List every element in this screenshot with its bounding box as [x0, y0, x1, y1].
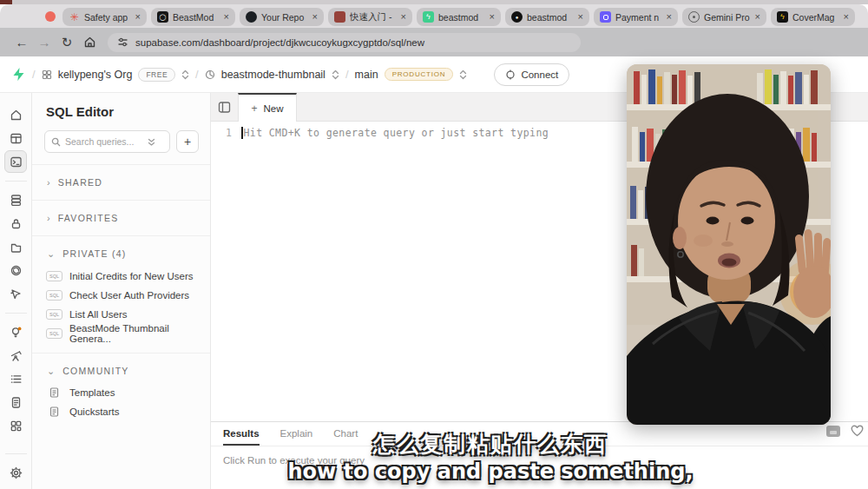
query-item[interactable]: SQL BeastMode Thumbnail Genera... — [32, 324, 210, 343]
close-tab-icon[interactable]: × — [755, 12, 760, 22]
site-settings-icon — [117, 36, 128, 48]
collapse-sidebar-icon[interactable] — [218, 101, 231, 117]
org-switcher-icon[interactable] — [181, 69, 189, 80]
sql-badge-icon: SQL — [46, 328, 62, 339]
browser-tab-quickstart-docs[interactable]: 快速入门 - × — [328, 8, 412, 26]
query-item[interactable]: SQL Initial Credits for New Users — [32, 267, 210, 286]
close-tab-icon[interactable]: × — [490, 12, 495, 22]
sql-editor-icon[interactable] — [4, 150, 27, 173]
tab-label: Payment n — [615, 12, 662, 23]
branch-name[interactable]: main — [355, 69, 378, 81]
supabase-favicon: ϟ — [423, 11, 434, 23]
section-label: FAVORITES — [58, 213, 119, 223]
connect-label: Connect — [521, 69, 558, 80]
tab-label: beastmod — [438, 12, 485, 23]
query-item[interactable]: SQL Check User Auth Providers — [32, 286, 210, 305]
search-box[interactable] — [44, 130, 170, 153]
realtime-icon[interactable] — [4, 282, 27, 305]
connect-button[interactable]: Connect — [494, 63, 569, 86]
supabase-logo — [11, 67, 26, 82]
beastmode-favicon: ◯ — [157, 11, 168, 23]
section-favorites[interactable]: › FAVORITES — [32, 209, 210, 227]
close-tab-icon[interactable]: × — [224, 12, 229, 22]
query-item[interactable]: SQL List All Users — [32, 305, 210, 324]
subtitle-english: how to copy and paste something, — [113, 459, 868, 484]
query-item-label: List All Users — [69, 309, 127, 320]
sql-badge-icon: SQL — [46, 290, 62, 301]
subtitle-chinese: 怎么复制粘贴什么东西 — [113, 430, 868, 459]
browser-tab-beastmode[interactable]: ◯ BeastMod × — [151, 8, 235, 26]
project-switcher-icon[interactable] — [332, 69, 339, 80]
project-icon — [205, 69, 215, 80]
section-label: PRIVATE (4) — [62, 248, 126, 259]
reports-telescope-icon[interactable] — [4, 344, 27, 367]
section-private[interactable]: ⌄ PRIVATE (4) — [32, 245, 210, 262]
forward-icon[interactable]: → — [33, 35, 56, 50]
browser-tab-github[interactable]: Your Repo × — [240, 8, 324, 26]
flower-favicon: ✳ — [69, 11, 80, 23]
section-community[interactable]: ⌄ COMMUNITY — [32, 362, 210, 380]
sql-badge-icon: SQL — [46, 309, 62, 320]
new-query-button[interactable]: + — [176, 130, 199, 153]
auth-lock-icon[interactable] — [4, 212, 27, 235]
close-tab-icon[interactable]: × — [578, 12, 583, 22]
integrations-icon[interactable] — [4, 414, 27, 437]
tab-label: 快速入门 - — [350, 11, 397, 23]
close-tab-icon[interactable]: × — [844, 12, 849, 22]
close-tab-icon[interactable]: × — [312, 12, 318, 22]
url-bar[interactable]: supabase.com/dashboard/project/djkwcucoy… — [108, 33, 581, 52]
expand-chevrons-icon[interactable] — [148, 137, 155, 147]
logs-list-icon[interactable] — [4, 367, 27, 390]
sql-editor-area[interactable]: 1 Hit CMD+K to generate query or just st… — [211, 127, 549, 139]
section-label: COMMUNITY — [62, 366, 128, 376]
home-nav-icon[interactable] — [4, 103, 27, 126]
search-input[interactable] — [65, 136, 143, 147]
close-tab-icon[interactable]: × — [135, 12, 141, 22]
reload-icon[interactable]: ↻ — [56, 35, 78, 50]
branch-switcher-icon[interactable] — [459, 69, 467, 80]
api-docs-icon[interactable] — [4, 391, 27, 413]
browser-toolbar: ← → ↻ supabase.com/dashboard/project/djk… — [0, 28, 868, 56]
community-item-templates[interactable]: Templates — [32, 383, 210, 402]
tab-strip: ✳ Safety app × ◯ BeastMod × Your Repo × … — [62, 7, 865, 28]
browser-tab-safety[interactable]: ✳ Safety app × — [62, 8, 147, 26]
editor-tab-label: New — [264, 103, 284, 114]
browser-tab-beastmode-app[interactable]: ● beastmod × — [505, 8, 589, 26]
text-cursor — [241, 127, 243, 139]
editor-tab-new[interactable]: + New — [238, 93, 297, 122]
community-item-quickstarts[interactable]: Quickstarts — [32, 402, 210, 421]
storage-icon[interactable] — [4, 235, 27, 258]
browser-tab-gemini[interactable]: Gemini Pro × — [682, 8, 766, 26]
breadcrumb-slash: / — [32, 68, 36, 81]
close-tab-icon[interactable]: × — [401, 12, 406, 22]
page-title: SQL Editor — [32, 93, 210, 129]
rail-divider — [5, 181, 27, 182]
browser-tab-payment[interactable]: Payment n × — [594, 8, 678, 26]
floating-video-overlay[interactable] — [627, 64, 831, 425]
back-icon[interactable]: ← — [10, 35, 33, 50]
section-shared[interactable]: › SHARED — [32, 174, 210, 191]
close-window-button[interactable] — [45, 11, 56, 22]
payment-favicon — [600, 11, 611, 23]
advisors-bulb-icon[interactable] — [4, 320, 27, 343]
project-name[interactable]: beastmode-thumbnail — [221, 69, 326, 81]
document-icon — [46, 387, 62, 398]
database-icon[interactable] — [4, 188, 27, 211]
org-name[interactable]: kellypeng's Org — [58, 69, 133, 81]
editor-placeholder: Hit CMD+K to generate query or just star… — [244, 127, 549, 139]
nav-rail — [0, 93, 32, 489]
table-editor-icon[interactable] — [4, 127, 27, 149]
edge-functions-icon[interactable] — [4, 259, 27, 281]
community-item-label: Templates — [69, 387, 115, 398]
home-icon[interactable] — [78, 36, 101, 49]
settings-gear-icon[interactable] — [4, 461, 27, 484]
browser-tab-supabase[interactable]: ϟ beastmod × — [417, 8, 501, 26]
sidebar-divider — [32, 235, 210, 236]
tab-label: BeastMod — [173, 12, 220, 23]
browser-tab-covermagic[interactable]: ϟ CoverMag × — [771, 8, 855, 26]
chevron-right-icon: › — [47, 213, 50, 223]
gemini-favicon — [688, 11, 700, 23]
breadcrumb-slash: / — [345, 68, 349, 81]
tab-label: beastmod — [527, 12, 574, 23]
close-tab-icon[interactable]: × — [667, 12, 672, 22]
